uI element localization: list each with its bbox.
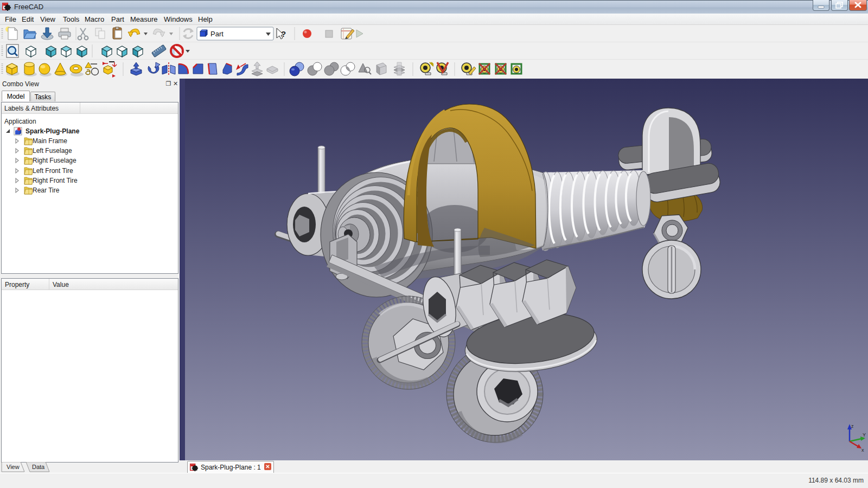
svg-text:z: z bbox=[851, 423, 854, 429]
svg-text:?: ? bbox=[281, 29, 286, 38]
svg-text:x: x bbox=[861, 447, 864, 453]
svg-text:Part: Part bbox=[210, 30, 224, 38]
svg-text:View: View bbox=[7, 464, 20, 470]
svg-text:Data: Data bbox=[32, 464, 45, 470]
svg-text:Y: Y bbox=[863, 432, 866, 438]
